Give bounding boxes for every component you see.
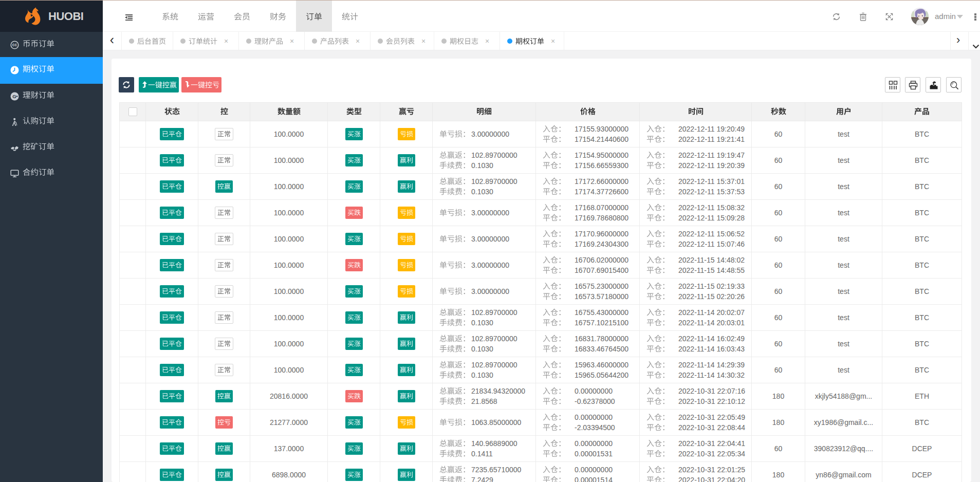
svg-text:cc: cc bbox=[12, 42, 17, 47]
svg-text:G: G bbox=[12, 94, 16, 99]
